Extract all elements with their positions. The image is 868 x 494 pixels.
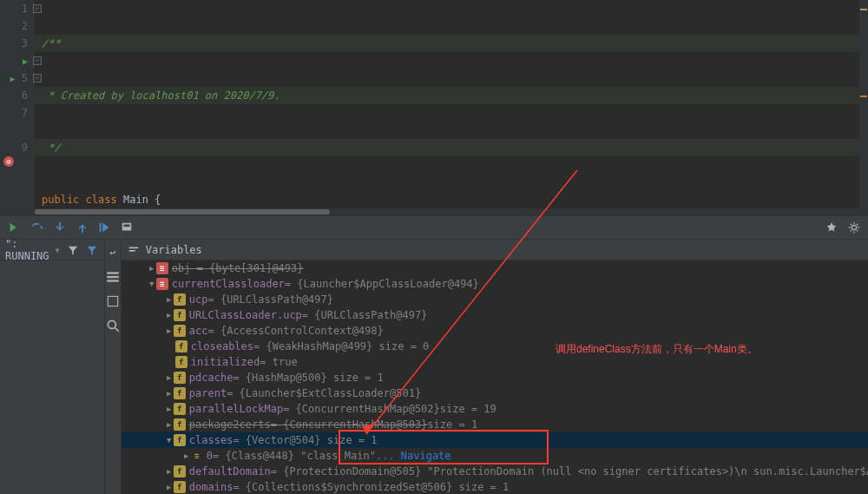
- fold-toggle[interactable]: −: [33, 56, 42, 65]
- frames-list[interactable]: [0, 260, 104, 494]
- editor-hscroll[interactable]: [0, 208, 868, 215]
- settings-icon[interactable]: [847, 221, 861, 234]
- svg-rect-3: [107, 272, 119, 273]
- line-number: 1: [0, 0, 28, 17]
- line-number: 9: [0, 139, 28, 156]
- debug-toolbar: [0, 215, 868, 240]
- threads-icon[interactable]: [105, 269, 121, 285]
- fold-toggle[interactable]: −: [33, 74, 42, 82]
- restore-layout-icon[interactable]: ↩: [105, 245, 121, 260]
- evaluate-icon[interactable]: [120, 221, 134, 234]
- run-gutter-icon[interactable]: ▶: [23, 56, 28, 66]
- line-number: 6: [0, 87, 28, 104]
- run-to-cursor-icon[interactable]: [97, 221, 111, 234]
- var-row[interactable]: ▶fparallelLockMap = {ConcurrentHashMap@5…: [122, 401, 868, 417]
- svg-rect-6: [108, 296, 117, 306]
- dropdown-arrow-icon[interactable]: ▾: [55, 244, 61, 256]
- pin-icon[interactable]: [825, 221, 838, 234]
- line-number: [0, 122, 28, 139]
- annotation-box: [339, 430, 549, 464]
- annotation-text: 调用defineClass方法前，只有一个Main类。: [556, 342, 758, 357]
- frames-dropdown[interactable]: ": RUNNING: [5, 238, 49, 262]
- memory-icon[interactable]: [105, 293, 121, 309]
- code-area[interactable]: /** * Created by localhost01 on 2020/7/9…: [35, 0, 868, 208]
- fold-toggle[interactable]: −: [33, 4, 42, 13]
- step-out-icon[interactable]: [75, 221, 89, 234]
- watches-icon[interactable]: [105, 318, 121, 333]
- run-gutter-icon[interactable]: ▶: [10, 74, 16, 83]
- line-number: 3: [0, 35, 28, 52]
- var-row[interactable]: ▶facc = {AccessControlContext@498}: [122, 323, 868, 339]
- var-row[interactable]: ▶fdomains = {Collections$SynchronizedSet…: [122, 479, 868, 494]
- svg-rect-10: [129, 250, 135, 252]
- svg-line-8: [115, 327, 119, 332]
- step-over-icon[interactable]: [30, 221, 43, 234]
- line-number: 2: [0, 17, 28, 35]
- var-row[interactable]: ▶fparent = {Launcher$ExtClassLoader@501}: [122, 385, 868, 401]
- svg-rect-4: [107, 276, 119, 278]
- var-row[interactable]: ▶fpdcache = {HashMap@500} size = 1: [122, 370, 868, 385]
- svg-point-7: [108, 320, 115, 328]
- line-number: 7: [0, 104, 28, 122]
- variables-title: Variables: [146, 244, 202, 256]
- settings-small-icon[interactable]: [85, 243, 99, 257]
- step-into-icon[interactable]: [52, 221, 66, 234]
- code-editor[interactable]: 1 2 3 ▶ ▶ 5 6 7 9 ⊘ − − − /** * Created …: [0, 0, 868, 208]
- rerun-icon[interactable]: [7, 221, 21, 234]
- var-row[interactable]: ▼≡currentClassloader = {Launcher$AppClas…: [122, 276, 868, 292]
- var-row[interactable]: ▶fdefaultDomain = {ProtectionDomain@505}…: [122, 464, 868, 479]
- error-gutter-icon[interactable]: ⊘: [3, 156, 14, 167]
- frames-panel: ": RUNNING ▾: [0, 240, 104, 494]
- var-row[interactable]: ▶fURLClassLoader.ucp = {URLClassPath@497…: [122, 307, 868, 323]
- var-row[interactable]: ▶fucp = {URLClassPath@497}: [122, 292, 868, 307]
- filter-icon[interactable]: [66, 243, 80, 257]
- debug-side-toolbar: ↩: [104, 240, 122, 494]
- editor-vscroll[interactable]: [859, 0, 868, 208]
- svg-point-2: [852, 225, 856, 229]
- svg-rect-5: [107, 280, 119, 281]
- editor-gutter: 1 2 3 ▶ ▶ 5 6 7 9 ⊘ − − −: [0, 0, 35, 208]
- svg-rect-9: [129, 247, 139, 248]
- var-row[interactable]: ▶≡obj = {byte[301]@493}: [122, 260, 868, 276]
- svg-rect-1: [124, 225, 130, 227]
- variables-icon: [127, 243, 141, 257]
